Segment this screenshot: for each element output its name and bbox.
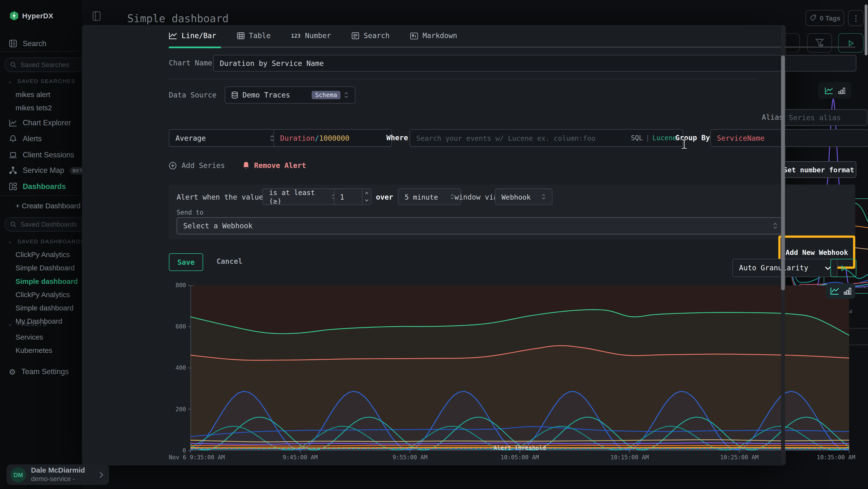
sidebar-item-search[interactable]: Search xyxy=(0,35,91,52)
aggregation-select[interactable]: Average xyxy=(169,129,281,147)
run-query-button[interactable] xyxy=(838,33,864,53)
tab-number[interactable]: 123 Number xyxy=(291,32,331,40)
magnifier-icon xyxy=(10,221,17,228)
line-chart-icon[interactable] xyxy=(830,287,839,295)
tabs-underline xyxy=(169,47,855,48)
saved-dashboard-item[interactable]: Simple dashboard xyxy=(0,274,82,287)
presets-list: ServicesKubernetes xyxy=(0,330,82,357)
saved-dashboard-item[interactable]: ClickPy Analytics xyxy=(0,288,82,301)
hyperdx-logo-icon xyxy=(10,11,18,21)
dashboards-icon xyxy=(9,182,17,191)
expression-input[interactable]: Duration/1000000 xyxy=(273,129,392,147)
presets-header[interactable]: ⌄ PRESETS xyxy=(8,321,82,327)
x-axis-tick-label: 10:25:00 AM xyxy=(720,454,759,461)
where-label: Where xyxy=(386,134,408,142)
tags-button[interactable]: 0 Tags xyxy=(806,10,844,26)
tab-markdown[interactable]: M↓ Markdown xyxy=(410,32,457,40)
y-axis-tick-label: 200 xyxy=(176,406,186,413)
saved-dashboard-item[interactable]: ClickPy Analytics xyxy=(0,248,82,261)
kebab-menu-button[interactable]: ⋮ xyxy=(848,10,863,26)
chevron-down-icon: ⌄ xyxy=(8,78,13,84)
sidebar-item-dashboards[interactable]: Dashboards xyxy=(0,178,91,195)
chart-name-input[interactable]: Duration by Service Name xyxy=(213,55,857,71)
tab-table[interactable]: Table xyxy=(237,32,271,40)
chart-name-label: Chart Name xyxy=(169,59,212,67)
text-cursor xyxy=(680,139,688,150)
play-icon xyxy=(847,39,854,46)
remove-alert-button[interactable]: Remove Alert xyxy=(243,161,306,169)
saved-dashboards-header[interactable]: ⌄ SAVED DASHBOARDS xyxy=(8,238,82,244)
save-button[interactable]: Save xyxy=(169,253,203,271)
line-chart-icon[interactable] xyxy=(825,87,833,94)
chevron-down-icon xyxy=(825,266,831,270)
lucene-mode-toggle[interactable]: Lucene xyxy=(652,134,677,142)
filter-button[interactable] xyxy=(807,33,832,53)
alert-channel-select[interactable]: Webhook xyxy=(495,189,553,205)
search-results-icon xyxy=(351,32,359,39)
chevron-right-icon xyxy=(99,471,103,478)
saved-dashboards-search-input[interactable]: Saved Dashboards xyxy=(4,217,87,232)
cancel-button[interactable]: Cancel xyxy=(217,257,243,265)
data-source-select[interactable]: Demo Traces Schema xyxy=(225,86,355,104)
sidebar-item-client-sessions[interactable]: Client Sessions xyxy=(0,147,91,163)
service-map-icon xyxy=(9,166,17,174)
preset-item[interactable]: Kubernetes xyxy=(0,343,82,357)
modal-scrollbar-thumb[interactable] xyxy=(781,56,785,290)
tab-search[interactable]: Search xyxy=(351,32,390,40)
saved-dashboard-item[interactable]: Simple Dashboard xyxy=(0,261,82,274)
play-icon xyxy=(840,264,846,271)
where-input[interactable]: Search your events w/ Lucene ex. column:… xyxy=(410,129,683,147)
tags-label: 0 Tags xyxy=(820,14,840,22)
add-new-webhook-button[interactable]: Add New Webhook xyxy=(785,248,848,256)
add-series-button[interactable]: Add Series xyxy=(169,161,225,169)
page-scrollbar-thumb[interactable] xyxy=(865,4,867,55)
chevron-down-icon: ⌄ xyxy=(8,321,13,327)
user-menu[interactable]: DM Dale McDiarmid demo-service - xyxy=(7,464,109,485)
user-name: Dale McDiarmid xyxy=(31,466,85,475)
sidebar-toggle-icon[interactable] xyxy=(92,11,100,21)
create-dashboard-button[interactable]: + Create Dashboard xyxy=(16,202,81,210)
saved-dashboard-item[interactable]: Simple dashboard xyxy=(0,301,82,314)
modal-run-button[interactable] xyxy=(830,259,857,277)
brand[interactable]: HyperDX xyxy=(10,11,53,21)
send-to-label: Send to xyxy=(177,208,203,216)
sidebar-item-alerts[interactable]: Alerts xyxy=(0,131,91,147)
x-axis-tick-label: Nov 6 9:35:00 AM xyxy=(169,454,225,461)
sidebar-item-team-settings[interactable]: ⚙ Team Settings xyxy=(0,364,91,380)
brand-name: HyperDX xyxy=(22,11,53,20)
sidebar-item-chart-explorer[interactable]: Chart Explorer xyxy=(0,115,91,131)
line-chart-icon xyxy=(169,32,177,39)
alert-threshold-label: Alert Threshold xyxy=(494,444,546,451)
bar-chart-icon[interactable] xyxy=(838,87,845,94)
chart-type-toggle[interactable] xyxy=(826,283,855,298)
sidebar-item-service-map[interactable]: Service Map BETA xyxy=(0,163,91,179)
tag-icon xyxy=(809,15,816,22)
alert-prefix-label: Alert when the value xyxy=(177,193,263,201)
bar-chart-icon[interactable] xyxy=(843,287,851,295)
group-by-input[interactable]: ServiceName xyxy=(710,129,868,147)
saved-searches-header[interactable]: ⌄ SAVED SEARCHES xyxy=(8,78,82,84)
webhook-select[interactable]: Select a Webhook xyxy=(177,217,784,234)
alias-input[interactable]: Series alias xyxy=(782,109,868,126)
y-axis-tick-label: 600 xyxy=(176,323,186,330)
over-label: over xyxy=(376,193,393,201)
laptop-icon xyxy=(9,151,17,159)
saved-dashboards-list: ClickPy AnalyticsSimple DashboardSimple … xyxy=(0,248,82,327)
alert-threshold-input[interactable]: 1 xyxy=(334,189,371,205)
set-number-format-button[interactable]: Set number format xyxy=(781,161,857,178)
sql-mode-toggle[interactable]: SQL xyxy=(631,134,643,142)
bell-icon xyxy=(9,135,17,143)
saved-searches-search-input[interactable]: Saved Searches xyxy=(4,58,87,72)
number-spinner[interactable] xyxy=(362,189,371,204)
alert-window-select[interactable]: 5 minute xyxy=(398,189,461,205)
sidebar-item-label: Search xyxy=(23,39,46,48)
saved-search-item[interactable]: mikes tets2 xyxy=(0,101,82,114)
updown-carets-icon xyxy=(541,193,546,200)
x-axis-tick-label: 9:55:00 AM xyxy=(393,454,428,461)
tab-line-bar[interactable]: Line/Bar xyxy=(169,32,216,40)
saved-search-item[interactable]: mikes alert xyxy=(0,88,82,101)
alert-condition-select[interactable]: is at least (≥) xyxy=(262,189,342,205)
preset-item[interactable]: Services xyxy=(0,330,82,343)
magnifier-icon xyxy=(10,62,17,68)
search-placeholder: Saved Searches xyxy=(21,61,69,69)
